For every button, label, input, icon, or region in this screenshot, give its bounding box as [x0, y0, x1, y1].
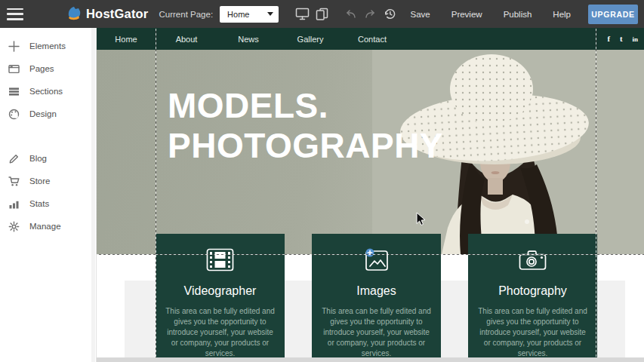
sidebar-item-sections[interactable]: Sections [0, 80, 96, 103]
pages-icon [8, 63, 20, 75]
upgrade-button[interactable]: UPGRADE [588, 5, 638, 24]
section-guide-left [156, 29, 156, 362]
feature-card-photography[interactable]: Photography This area can be fully edite… [468, 234, 597, 357]
desktop-view-icon[interactable] [293, 5, 313, 24]
hamburger-menu-icon[interactable] [7, 8, 23, 20]
sections-icon [8, 85, 20, 97]
sidebar-item-stats[interactable]: Stats [0, 192, 96, 215]
hostgator-gator-icon [66, 5, 83, 24]
brand-name: HostGator [86, 7, 148, 21]
canvas-bottom-strip [97, 357, 644, 362]
save-button[interactable]: Save [400, 10, 441, 19]
cart-icon [8, 175, 20, 187]
help-button[interactable]: Help [542, 10, 581, 19]
app-window: HostGator Current Page: Home Save [0, 0, 644, 362]
section-guide-right [596, 29, 596, 362]
sidebar-label: Blog [29, 154, 47, 163]
nav-item-about[interactable]: About [156, 35, 217, 44]
card-body: This area can be fully edited and gives … [165, 306, 276, 359]
sidebar-label: Manage [29, 222, 61, 231]
gear-icon [8, 220, 20, 232]
image-plus-icon [312, 247, 441, 272]
chevron-down-icon [267, 12, 273, 16]
history-icon[interactable] [381, 5, 400, 24]
nav-item-home[interactable]: Home [97, 35, 156, 44]
hero-section[interactable]: MODELS. PHOTOGRAPHY [97, 50, 644, 254]
redo-icon[interactable] [361, 5, 381, 24]
sidebar-label: Stats [29, 199, 49, 208]
hostgator-logo: HostGator [66, 5, 148, 24]
sidebar-item-store[interactable]: Store [0, 170, 96, 192]
feature-card-images[interactable]: Images This area can be fully edited and… [312, 234, 441, 357]
preview-button[interactable]: Preview [441, 10, 493, 19]
feature-card-videographer[interactable]: Videographer This area can be fully edit… [156, 234, 285, 357]
pencil-icon [8, 152, 20, 164]
sidebar-label: Design [29, 109, 57, 118]
sidebar-item-blog[interactable]: Blog [0, 147, 96, 170]
nav-item-gallery[interactable]: Gallery [279, 35, 341, 44]
undo-icon[interactable] [341, 5, 361, 24]
site-canvas: Home About News Gallery Contact f t in [97, 28, 644, 362]
publish-button[interactable]: Publish [493, 10, 543, 19]
film-strip-icon [156, 247, 285, 272]
plus-icon [8, 40, 20, 52]
sidebar-label: Store [29, 176, 51, 186]
facebook-icon[interactable]: f [607, 35, 610, 43]
sidebar-item-pages[interactable]: Pages [0, 57, 96, 80]
card-title: Images [312, 284, 441, 298]
design-palette-icon [8, 108, 20, 120]
linkedin-icon[interactable]: in [632, 35, 638, 43]
nav-item-contact[interactable]: Contact [341, 35, 403, 44]
camera-icon [468, 247, 597, 272]
hero-title-line2: PHOTOGRAPHY [168, 126, 443, 166]
bar-chart-icon [8, 198, 20, 210]
nav-item-news[interactable]: News [217, 35, 279, 44]
card-title: Photography [468, 284, 597, 298]
editor-topbar: HostGator Current Page: Home Save [0, 0, 644, 28]
hero-title-line1: MODELS. [168, 86, 443, 126]
sidebar-label: Sections [29, 87, 63, 96]
sidebar-label: Pages [29, 64, 54, 73]
sidebar-item-elements[interactable]: Elements [0, 35, 96, 57]
mobile-view-icon[interactable] [313, 5, 332, 24]
section-guide-bottom [97, 254, 644, 255]
sidebar-item-manage[interactable]: Manage [0, 215, 96, 238]
card-body: This area can be fully edited and gives … [322, 306, 432, 359]
current-page-label: Current Page: [159, 10, 213, 19]
twitter-icon[interactable]: t [620, 35, 623, 43]
page-dropdown-value: Home [220, 10, 249, 19]
site-navbar: Home About News Gallery Contact f t in [97, 28, 644, 50]
editor-sidebar: Elements Pages Sections Design Blog [0, 28, 97, 362]
card-title: Videographer [156, 284, 285, 298]
sidebar-label: Elements [29, 41, 66, 51]
hero-title[interactable]: MODELS. PHOTOGRAPHY [168, 86, 443, 166]
card-body: This area can be fully edited and gives … [478, 306, 588, 359]
page-dropdown[interactable]: Home [220, 6, 279, 23]
sidebar-item-design[interactable]: Design [0, 103, 96, 125]
